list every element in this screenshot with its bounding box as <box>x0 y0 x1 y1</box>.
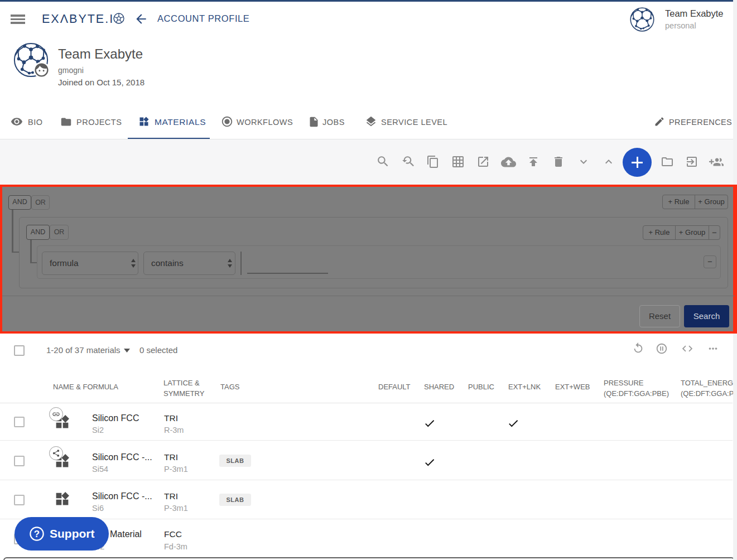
svg-text:?: ? <box>34 529 40 539</box>
